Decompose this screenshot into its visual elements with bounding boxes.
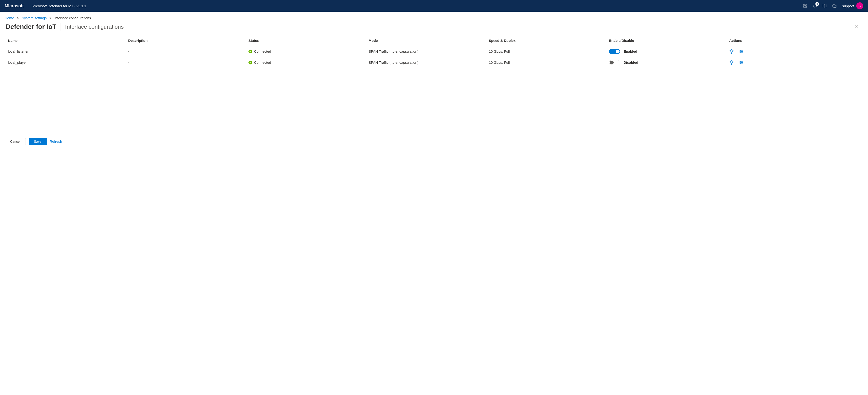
notification-count-badge: 0 [815,2,819,6]
app-header: Microsoft Microsoft Defender for IoT - 2… [0,0,868,12]
user-menu[interactable]: support C [842,2,863,9]
enable-label: Disabled [623,60,638,64]
cell-description: - [125,57,245,68]
col-header-description[interactable]: Description [125,35,245,46]
cell-description: - [125,46,245,57]
save-button[interactable]: Save [29,138,47,145]
cell-name: local_listener [5,46,125,57]
breadcrumb-system-settings[interactable]: System settings [22,16,47,20]
docs-icon[interactable] [823,3,827,8]
cell-speed: 10 Gbps, Full [486,57,606,68]
col-header-status[interactable]: Status [245,35,365,46]
advanced-settings-icon[interactable] [739,60,744,65]
cell-actions [726,57,863,68]
blink-led-icon[interactable] [729,49,734,54]
cell-status: Connected [245,57,365,68]
user-name-label: support [842,4,854,8]
cell-speed: 10 Gbps, Full [486,46,606,57]
notifications-icon[interactable]: 0 [813,3,817,8]
enable-label: Enabled [623,49,637,53]
app-title: Microsoft Defender for IoT - 23.1.1 [28,4,86,8]
cell-actions [726,46,863,57]
breadcrumb-home[interactable]: Home [5,16,14,20]
table-row: local_listener-ConnectedSPAN Traffic (no… [5,46,863,57]
cell-enable: Enabled [606,46,726,57]
advanced-settings-icon[interactable] [739,49,744,54]
blink-led-icon[interactable] [729,60,734,65]
enable-toggle[interactable] [609,49,620,54]
close-button[interactable] [853,23,860,30]
col-header-mode[interactable]: Mode [365,35,486,46]
breadcrumb-sep: > [17,16,19,20]
footer-actions: Cancel Save Refresh [0,134,868,150]
status-connected-icon [248,50,252,53]
breadcrumb-sep: > [50,16,52,20]
status-text: Connected [254,49,271,53]
breadcrumb: Home > System settings > Interface confi… [0,12,868,22]
cell-name: local_player [5,57,125,68]
refresh-link[interactable]: Refresh [50,139,62,143]
status-text: Connected [254,60,271,64]
brand-label: Microsoft [5,3,28,8]
col-header-name[interactable]: Name [5,35,125,46]
page-title-row: Defender for IoT Interface configuration… [0,22,868,35]
cell-enable: Disabled [606,57,726,68]
interface-table: Name Description Status Mode Speed & Dup… [5,35,863,68]
cell-status: Connected [245,46,365,57]
breadcrumb-current: Interface configurations [54,16,91,20]
page-subtitle: Interface configurations [61,24,124,30]
svg-line-5 [730,50,730,50]
cloud-icon[interactable] [832,3,837,8]
svg-line-15 [730,61,730,61]
table-row: local_player-ConnectedSPAN Traffic (no e… [5,57,863,68]
cell-mode: SPAN Traffic (no encapsulation) [365,46,486,57]
enable-toggle[interactable] [609,60,620,65]
col-header-actions[interactable]: Actions [726,35,863,46]
page-product-title: Defender for IoT [6,23,61,31]
cancel-button[interactable]: Cancel [5,138,26,145]
avatar: C [856,2,863,9]
col-header-speed[interactable]: Speed & Duplex [486,35,606,46]
settings-icon[interactable] [803,3,807,8]
status-connected-icon [248,61,252,64]
interface-table-wrap: Name Description Status Mode Speed & Dup… [0,35,868,68]
col-header-enable[interactable]: Enable/Disable [606,35,726,46]
svg-point-0 [804,5,806,7]
cell-mode: SPAN Traffic (no encapsulation) [365,57,486,68]
